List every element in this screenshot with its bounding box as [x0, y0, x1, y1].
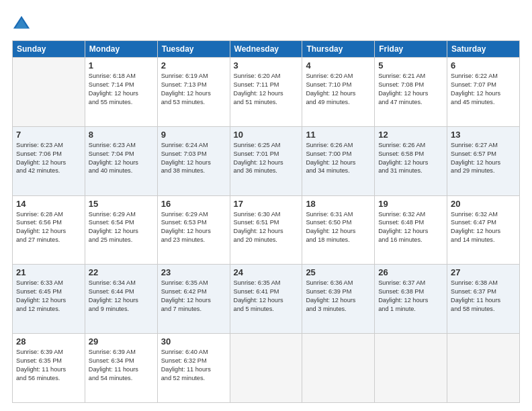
day-number: 28 [16, 336, 81, 347]
calendar-cell [375, 334, 447, 403]
header [12, 12, 520, 34]
day-number: 25 [306, 267, 371, 277]
day-info: Sunrise: 6:23 AM Sunset: 7:06 PM Dayligh… [16, 141, 81, 176]
day-info: Sunrise: 6:22 AM Sunset: 7:07 PM Dayligh… [451, 72, 516, 107]
day-info: Sunrise: 6:28 AM Sunset: 6:56 PM Dayligh… [16, 210, 81, 245]
calendar-week-row: 21Sunrise: 6:33 AM Sunset: 6:45 PM Dayli… [13, 265, 520, 334]
day-info: Sunrise: 6:29 AM Sunset: 6:53 PM Dayligh… [161, 210, 226, 245]
day-info: Sunrise: 6:20 AM Sunset: 7:10 PM Dayligh… [306, 72, 371, 107]
day-info: Sunrise: 6:38 AM Sunset: 6:37 PM Dayligh… [451, 279, 516, 314]
day-info: Sunrise: 6:24 AM Sunset: 7:03 PM Dayligh… [161, 141, 226, 176]
day-number: 18 [306, 199, 371, 209]
calendar-cell: 7Sunrise: 6:23 AM Sunset: 7:06 PM Daylig… [13, 126, 85, 195]
calendar-day-header: Saturday [447, 41, 520, 58]
logo [12, 15, 34, 34]
day-info: Sunrise: 6:32 AM Sunset: 6:47 PM Dayligh… [451, 210, 516, 245]
day-number: 4 [306, 60, 371, 71]
calendar-cell: 15Sunrise: 6:29 AM Sunset: 6:54 PM Dayli… [85, 195, 157, 265]
calendar-cell: 1Sunrise: 6:18 AM Sunset: 7:14 PM Daylig… [85, 58, 157, 127]
calendar-header-row: SundayMondayTuesdayWednesdayThursdayFrid… [13, 41, 520, 58]
calendar-week-row: 1Sunrise: 6:18 AM Sunset: 7:14 PM Daylig… [13, 58, 520, 127]
day-info: Sunrise: 6:33 AM Sunset: 6:45 PM Dayligh… [16, 279, 81, 314]
day-info: Sunrise: 6:37 AM Sunset: 6:38 PM Dayligh… [378, 279, 443, 314]
calendar-cell: 19Sunrise: 6:32 AM Sunset: 6:48 PM Dayli… [375, 195, 447, 265]
calendar-cell: 29Sunrise: 6:39 AM Sunset: 6:34 PM Dayli… [85, 334, 157, 403]
calendar-cell: 18Sunrise: 6:31 AM Sunset: 6:50 PM Dayli… [302, 195, 375, 265]
calendar-cell: 9Sunrise: 6:24 AM Sunset: 7:03 PM Daylig… [157, 126, 230, 195]
calendar-cell: 10Sunrise: 6:25 AM Sunset: 7:01 PM Dayli… [230, 126, 302, 195]
calendar-cell: 5Sunrise: 6:21 AM Sunset: 7:08 PM Daylig… [375, 58, 447, 127]
calendar-cell: 17Sunrise: 6:30 AM Sunset: 6:51 PM Dayli… [230, 195, 302, 265]
calendar-cell: 30Sunrise: 6:40 AM Sunset: 6:32 PM Dayli… [157, 334, 230, 403]
calendar-cell: 6Sunrise: 6:22 AM Sunset: 7:07 PM Daylig… [447, 58, 520, 127]
calendar-day-header: Wednesday [230, 41, 302, 58]
calendar-cell: 23Sunrise: 6:35 AM Sunset: 6:42 PM Dayli… [157, 265, 230, 334]
day-info: Sunrise: 6:27 AM Sunset: 6:57 PM Dayligh… [451, 141, 516, 176]
calendar-cell: 25Sunrise: 6:36 AM Sunset: 6:39 PM Dayli… [302, 265, 375, 334]
calendar-cell: 26Sunrise: 6:37 AM Sunset: 6:38 PM Dayli… [375, 265, 447, 334]
day-number: 16 [161, 199, 226, 209]
day-number: 26 [378, 267, 443, 277]
logo-icon [12, 15, 31, 34]
calendar-cell: 27Sunrise: 6:38 AM Sunset: 6:37 PM Dayli… [447, 265, 520, 334]
day-number: 24 [234, 267, 299, 277]
day-number: 1 [89, 60, 154, 71]
day-number: 3 [234, 60, 299, 71]
calendar-week-row: 14Sunrise: 6:28 AM Sunset: 6:56 PM Dayli… [13, 195, 520, 265]
calendar-week-row: 28Sunrise: 6:39 AM Sunset: 6:35 PM Dayli… [13, 334, 520, 403]
day-info: Sunrise: 6:25 AM Sunset: 7:01 PM Dayligh… [234, 141, 299, 176]
calendar-cell [302, 334, 375, 403]
day-number: 19 [378, 199, 443, 209]
day-info: Sunrise: 6:32 AM Sunset: 6:48 PM Dayligh… [378, 210, 443, 245]
day-info: Sunrise: 6:26 AM Sunset: 6:58 PM Dayligh… [378, 141, 443, 176]
calendar-cell: 14Sunrise: 6:28 AM Sunset: 6:56 PM Dayli… [13, 195, 85, 265]
day-info: Sunrise: 6:31 AM Sunset: 6:50 PM Dayligh… [306, 210, 371, 245]
day-number: 12 [378, 130, 443, 140]
calendar-cell: 21Sunrise: 6:33 AM Sunset: 6:45 PM Dayli… [13, 265, 85, 334]
day-info: Sunrise: 6:20 AM Sunset: 7:11 PM Dayligh… [234, 72, 299, 107]
calendar-day-header: Sunday [13, 41, 85, 58]
day-number: 20 [451, 199, 516, 209]
day-info: Sunrise: 6:18 AM Sunset: 7:14 PM Dayligh… [89, 72, 154, 107]
page: SundayMondayTuesdayWednesdayThursdayFrid… [0, 0, 532, 411]
calendar-day-header: Friday [375, 41, 447, 58]
calendar-cell: 4Sunrise: 6:20 AM Sunset: 7:10 PM Daylig… [302, 58, 375, 127]
day-number: 6 [451, 60, 516, 71]
day-number: 10 [234, 130, 299, 140]
day-info: Sunrise: 6:39 AM Sunset: 6:35 PM Dayligh… [16, 348, 81, 383]
calendar-cell: 16Sunrise: 6:29 AM Sunset: 6:53 PM Dayli… [157, 195, 230, 265]
day-number: 5 [378, 60, 443, 71]
calendar-cell: 22Sunrise: 6:34 AM Sunset: 6:44 PM Dayli… [85, 265, 157, 334]
calendar-cell: 2Sunrise: 6:19 AM Sunset: 7:13 PM Daylig… [157, 58, 230, 127]
calendar-cell: 3Sunrise: 6:20 AM Sunset: 7:11 PM Daylig… [230, 58, 302, 127]
day-number: 2 [161, 60, 226, 71]
calendar-cell: 13Sunrise: 6:27 AM Sunset: 6:57 PM Dayli… [447, 126, 520, 195]
day-number: 7 [16, 130, 81, 140]
day-info: Sunrise: 6:39 AM Sunset: 6:34 PM Dayligh… [89, 348, 154, 383]
day-number: 14 [16, 199, 81, 209]
day-info: Sunrise: 6:23 AM Sunset: 7:04 PM Dayligh… [89, 141, 154, 176]
day-number: 23 [161, 267, 226, 277]
calendar-cell [230, 334, 302, 403]
day-info: Sunrise: 6:30 AM Sunset: 6:51 PM Dayligh… [234, 210, 299, 245]
day-number: 13 [451, 130, 516, 140]
calendar-cell: 8Sunrise: 6:23 AM Sunset: 7:04 PM Daylig… [85, 126, 157, 195]
day-number: 22 [89, 267, 154, 277]
calendar-cell: 24Sunrise: 6:35 AM Sunset: 6:41 PM Dayli… [230, 265, 302, 334]
day-info: Sunrise: 6:34 AM Sunset: 6:44 PM Dayligh… [89, 279, 154, 314]
day-info: Sunrise: 6:35 AM Sunset: 6:41 PM Dayligh… [234, 279, 299, 314]
calendar-cell: 28Sunrise: 6:39 AM Sunset: 6:35 PM Dayli… [13, 334, 85, 403]
day-number: 21 [16, 267, 81, 277]
calendar-cell: 11Sunrise: 6:26 AM Sunset: 7:00 PM Dayli… [302, 126, 375, 195]
calendar-day-header: Thursday [302, 41, 375, 58]
calendar-cell [447, 334, 520, 403]
calendar-week-row: 7Sunrise: 6:23 AM Sunset: 7:06 PM Daylig… [13, 126, 520, 195]
day-info: Sunrise: 6:40 AM Sunset: 6:32 PM Dayligh… [161, 348, 226, 383]
calendar-cell: 20Sunrise: 6:32 AM Sunset: 6:47 PM Dayli… [447, 195, 520, 265]
day-number: 29 [89, 336, 154, 347]
day-info: Sunrise: 6:26 AM Sunset: 7:00 PM Dayligh… [306, 141, 371, 176]
day-number: 15 [89, 199, 154, 209]
calendar-table: SundayMondayTuesdayWednesdayThursdayFrid… [12, 40, 520, 403]
day-number: 17 [234, 199, 299, 209]
day-number: 11 [306, 130, 371, 140]
